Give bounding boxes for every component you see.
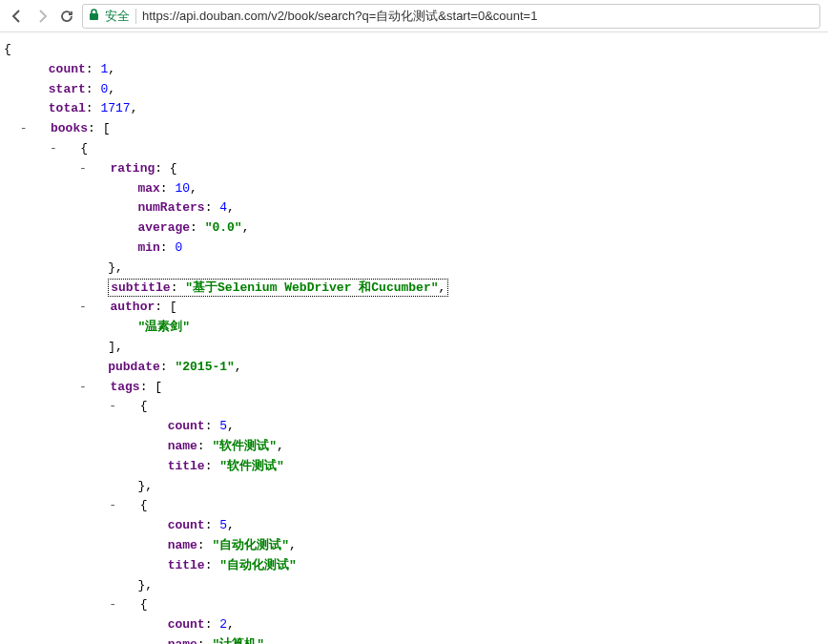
json-line: - rating: { — [4, 159, 824, 179]
json-line: pubdate: "2015-1", — [4, 358, 824, 378]
browser-toolbar: 安全 https://api.douban.com/v2/book/search… — [0, 0, 828, 32]
json-line: }, — [4, 576, 824, 596]
collapse-toggle[interactable]: - — [108, 397, 117, 417]
json-line: max: 10, — [4, 179, 824, 199]
secure-label: 安全 — [105, 8, 130, 25]
url-text: https://api.douban.com/v2/book/search?q=… — [142, 8, 537, 25]
json-line: - { — [4, 496, 824, 516]
json-line: - { — [4, 397, 824, 417]
json-line: name: "软件测试", — [4, 437, 824, 457]
json-line: title: "软件测试" — [4, 457, 824, 477]
json-line: start: 0, — [4, 80, 824, 100]
json-line: numRaters: 4, — [4, 198, 824, 218]
json-line: subtitle: "基于Selenium WebDriver 和Cucumbe… — [4, 279, 824, 299]
json-line: average: "0.0", — [4, 218, 824, 239]
json-line: - books: [ — [4, 119, 824, 139]
json-line: count: 2, — [4, 615, 824, 635]
json-line: }, — [4, 259, 824, 279]
svg-rect-0 — [90, 13, 98, 20]
json-line: { — [4, 40, 824, 60]
json-line: total: 1717, — [4, 99, 824, 119]
lock-icon — [89, 9, 99, 24]
address-bar[interactable]: 安全 https://api.douban.com/v2/book/search… — [82, 4, 820, 29]
json-viewer: { count: 1, start: 0, total: 1717, - boo… — [0, 32, 828, 644]
json-line: min: 0 — [4, 239, 824, 259]
json-line: - author: [ — [4, 298, 824, 318]
json-line: - { — [4, 139, 824, 159]
json-line: ], — [4, 338, 824, 358]
json-line: name: "自动化测试", — [4, 536, 824, 556]
collapse-toggle[interactable]: - — [78, 378, 88, 398]
json-line: "温素剑" — [4, 318, 824, 338]
collapse-toggle[interactable]: - — [108, 595, 117, 615]
json-line: count: 5, — [4, 516, 824, 536]
json-line: count: 5, — [4, 417, 824, 437]
back-button[interactable] — [8, 7, 27, 26]
json-line: - tags: [ — [4, 378, 824, 398]
json-line: }, — [4, 477, 824, 497]
json-line: title: "自动化测试" — [4, 556, 824, 576]
json-line: count: 1, — [4, 60, 824, 80]
collapse-toggle[interactable]: - — [49, 139, 58, 159]
collapse-toggle[interactable]: - — [78, 298, 88, 318]
collapse-toggle[interactable]: - — [78, 159, 88, 179]
reload-button[interactable] — [57, 7, 76, 26]
address-divider — [135, 9, 136, 24]
collapse-toggle[interactable]: - — [19, 119, 29, 139]
json-line: name: "计算机", — [4, 635, 824, 644]
json-line: - { — [4, 595, 824, 615]
forward-button[interactable] — [32, 7, 52, 26]
collapse-toggle[interactable]: - — [108, 496, 117, 516]
